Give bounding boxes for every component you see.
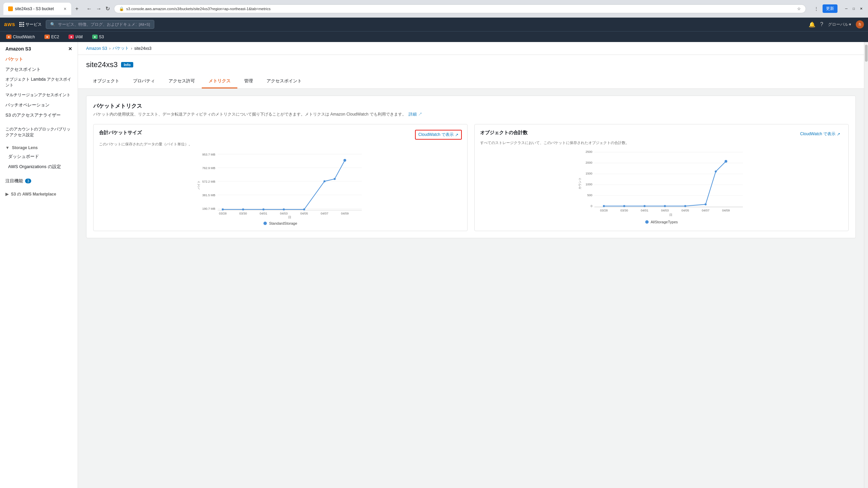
chart2-header: オブジェクトの合計数 CloudWatch で表示 ↗ — [480, 130, 843, 138]
tab-management[interactable]: 管理 — [237, 75, 260, 88]
tab-properties[interactable]: プロパティ — [126, 75, 162, 88]
sidebar-item-multi-region[interactable]: マルチリージョンアクセスポイント — [0, 90, 78, 100]
section-desc: バケット内の使用状況、リクエスト、データ転送アクティビティのメトリクスについて掘… — [93, 111, 849, 117]
extensions-btn[interactable]: ⋮ — [811, 4, 821, 13]
tab-favicon — [8, 6, 13, 11]
svg-point-27 — [343, 159, 346, 162]
metrics-content: バケットメトリクス バケット内の使用状況、リクエスト、データ転送アクティビティの… — [78, 89, 864, 245]
chart1-cloudwatch-link[interactable]: CloudWatch で表示 ↗ — [415, 130, 462, 140]
svg-text:04/07: 04/07 — [321, 212, 329, 215]
service-tag-ec2[interactable]: ● EC2 — [42, 33, 61, 41]
user-avatar[interactable]: h — [856, 20, 864, 28]
close-btn[interactable]: ✕ — [858, 5, 865, 12]
svg-text:0: 0 — [591, 204, 592, 208]
sidebar-item-aws-orgs[interactable]: AWS Organizations の設定 — [0, 162, 78, 172]
main-layout: Amazon S3 ✕ バケット アクセスポイント オブジェクト Lambda … — [0, 42, 868, 488]
scroll-thumb — [865, 45, 868, 62]
sidebar-item-object-lambda[interactable]: オブジェクト Lambda アクセスポイント — [0, 75, 78, 90]
aws-logo: aws — [4, 21, 15, 27]
chart1-svg: 953.7 MB 762.9 MB 572.2 MB 381.5 MB 190.… — [99, 151, 462, 219]
breadcrumb-buckets[interactable]: バケット — [113, 45, 129, 51]
services-btn[interactable]: サービス — [19, 22, 42, 27]
svg-text:03/30: 03/30 — [620, 209, 628, 212]
breadcrumb-current: site24xs3 — [134, 46, 152, 51]
minimize-btn[interactable]: ─ — [843, 5, 850, 12]
svg-text:1500: 1500 — [586, 172, 592, 175]
chart2-cloudwatch-link[interactable]: CloudWatch で表示 ↗ — [797, 130, 843, 138]
learn-more-link[interactable]: 詳細 ↗ — [409, 112, 422, 117]
star-icon[interactable]: ☆ — [797, 6, 801, 11]
chart-card-bucket-size: 合計バケットサイズ CloudWatch で表示 ↗ このバケットに保存されたデ… — [93, 124, 468, 231]
search-shortcut: [Alt+S] — [139, 22, 150, 26]
svg-text:190.7 MB: 190.7 MB — [202, 207, 215, 210]
search-input[interactable] — [58, 22, 136, 27]
tab-title: site24xs3 - S3 bucket — [15, 6, 54, 11]
svg-point-53 — [664, 205, 666, 207]
notification-btn[interactable]: 🔔 — [809, 21, 815, 28]
tab-close-btn[interactable]: × — [64, 6, 66, 12]
svg-text:500: 500 — [587, 194, 592, 197]
tab-metrics[interactable]: メトリクス — [202, 75, 237, 88]
grid-icon — [19, 22, 24, 27]
content-area: Amazon S3 › バケット › site24xs3 site24xs3 I… — [78, 42, 864, 488]
service-tag-s3[interactable]: ● S3 — [90, 33, 106, 41]
address-bar[interactable]: 🔒 s3.console.aws.amazon.com/s3/buckets/s… — [114, 4, 806, 13]
chart1-external-icon: ↗ — [455, 133, 458, 137]
chart1-legend-label: StandardStorage — [269, 221, 297, 225]
sidebar-attention[interactable]: 注目機能 3 — [0, 176, 78, 186]
chart2-subtitle: すべてのストレージクラスにおいて、このバケットに保存されたオブジェクトの合計数。 — [480, 140, 843, 145]
svg-text:カウント: カウント — [578, 177, 581, 189]
sidebar: Amazon S3 ✕ バケット アクセスポイント オブジェクト Lambda … — [0, 42, 78, 488]
search-bar[interactable]: 🔍 [Alt+S] — [46, 20, 154, 29]
help-btn[interactable]: ? — [820, 21, 823, 27]
browser-tab[interactable]: site24xs3 - S3 bucket × — [3, 3, 71, 15]
browser-nav: ← → ↻ — [85, 4, 111, 13]
svg-text:04/09: 04/09 — [722, 209, 730, 212]
tab-permissions[interactable]: アクセス許可 — [162, 75, 202, 88]
browser-chrome: site24xs3 - S3 bucket × + ← → ↻ 🔒 s3.con… — [0, 0, 868, 18]
sidebar-item-access-point[interactable]: アクセスポイント — [0, 64, 78, 75]
tab-objects[interactable]: オブジェクト — [86, 75, 126, 88]
sidebar-item-bucket[interactable]: バケット — [0, 54, 78, 64]
sidebar-close-btn[interactable]: ✕ — [68, 46, 72, 52]
svg-point-51 — [623, 205, 625, 207]
collapse-icon[interactable]: ▼ — [5, 145, 9, 150]
chart2-legend-label: AllStorageTypes — [651, 220, 678, 224]
svg-text:03/28: 03/28 — [600, 209, 608, 212]
service-tag-cloudwatch[interactable]: ● CloudWatch — [4, 33, 37, 41]
reload-btn[interactable]: ↻ — [104, 4, 111, 13]
service-tag-iam[interactable]: ● IAM — [66, 33, 84, 41]
sidebar-item-batch[interactable]: バッチオペレーション — [0, 100, 78, 110]
update-btn[interactable]: 更新 — [823, 4, 837, 13]
chart-card-object-count: オブジェクトの合計数 CloudWatch で表示 ↗ すべてのストレージクラス… — [474, 124, 849, 231]
scrollbar[interactable] — [864, 42, 868, 488]
svg-text:953.7 MB: 953.7 MB — [202, 153, 215, 156]
svg-text:2000: 2000 — [586, 161, 592, 164]
forward-btn[interactable]: → — [95, 4, 103, 13]
new-tab-btn[interactable]: + — [74, 4, 80, 13]
sidebar-item-dashboard[interactable]: ダッシュボード — [0, 151, 78, 162]
svg-text:2500: 2500 — [586, 150, 592, 154]
sidebar-item-analyzer[interactable]: S3 のアクセスアナライザー — [0, 110, 78, 120]
tab-access-points[interactable]: アクセスポイント — [260, 75, 309, 88]
search-icon: 🔍 — [50, 22, 55, 27]
browser-actions: ⋮ 更新 — [811, 4, 837, 13]
maximize-btn[interactable]: □ — [850, 5, 857, 12]
back-btn[interactable]: ← — [85, 4, 93, 13]
iam-label: IAM — [75, 35, 82, 39]
ec2-label: EC2 — [51, 35, 59, 39]
sidebar-item-block-access[interactable]: このアカウントのブロックパブリックアクセス設定 — [0, 124, 78, 140]
chart2-title: オブジェクトの合計数 — [480, 130, 528, 136]
aws-topnav: aws サービス 🔍 [Alt+S] 🔔 ? グローバル ▾ h — [0, 18, 868, 31]
chart2-legend-dot — [645, 220, 649, 224]
svg-point-23 — [283, 208, 285, 210]
info-badge[interactable]: Info — [121, 62, 133, 67]
global-selector[interactable]: グローバル ▾ — [828, 22, 851, 27]
sidebar-section-storage-lens: ▼ Storage Lens — [0, 143, 78, 151]
chart2-legend: AllStorageTypes — [480, 220, 843, 224]
chart1-subtitle: このバケットに保存されたデータの量（バイト単位）。 — [99, 142, 462, 147]
marketplace-collapse-icon[interactable]: ▶ — [5, 192, 8, 197]
breadcrumb-amazon-s3[interactable]: Amazon S3 — [86, 46, 107, 51]
charts-grid: 合計バケットサイズ CloudWatch で表示 ↗ このバケットに保存されたデ… — [93, 124, 849, 231]
svg-text:04/05: 04/05 — [300, 212, 308, 215]
